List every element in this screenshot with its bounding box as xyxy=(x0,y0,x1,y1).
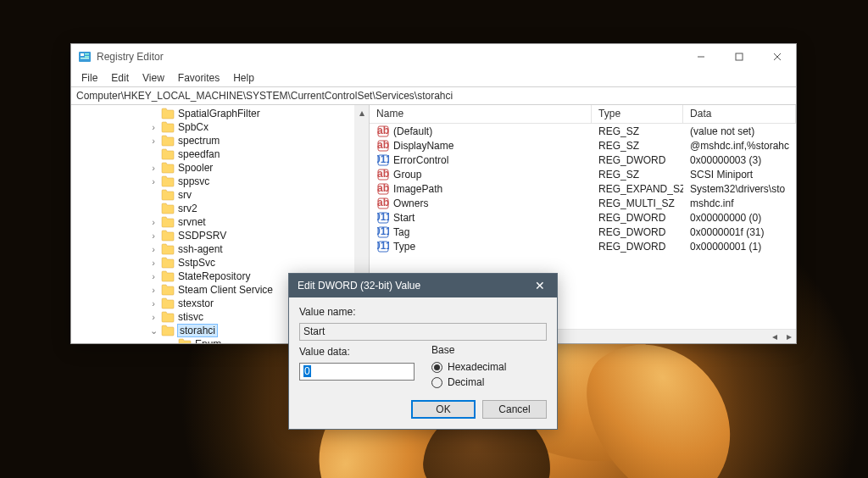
value-row[interactable]: 011TypeREG_DWORD0x00000001 (1) xyxy=(370,239,796,253)
tree-item[interactable]: ›SpbCx xyxy=(71,120,369,134)
ok-button[interactable]: OK xyxy=(411,400,476,419)
string-value-icon: ab xyxy=(376,125,390,138)
folder-icon xyxy=(161,230,175,242)
tree-item[interactable]: ›srv xyxy=(71,188,369,202)
value-type: REG_SZ xyxy=(592,125,683,137)
chevron-right-icon[interactable]: › xyxy=(147,231,159,241)
tree-item-label: SpbCx xyxy=(178,121,209,133)
chevron-down-icon[interactable]: ⌄ xyxy=(147,325,159,336)
svg-rect-1 xyxy=(81,53,84,56)
dialog-close-button[interactable]: ✕ xyxy=(531,279,548,292)
value-row[interactable]: 011TagREG_DWORD0x0000001f (31) xyxy=(370,225,796,239)
value-name: Owners xyxy=(393,197,428,209)
value-data: (value not set) xyxy=(683,125,796,137)
address-bar[interactable]: Computer\HKEY_LOCAL_MACHINE\SYSTEM\Curre… xyxy=(71,86,796,105)
tree-item[interactable]: ›ssh-agent xyxy=(71,242,369,256)
window-title: Registry Editor xyxy=(97,51,682,63)
titlebar[interactable]: Registry Editor xyxy=(71,44,796,69)
dialog-titlebar[interactable]: Edit DWORD (32-bit) Value ✕ xyxy=(289,274,557,297)
folder-icon xyxy=(161,175,175,187)
value-data: 0x00000003 (3) xyxy=(683,154,796,166)
tree-item-label: SpatialGraphFilter xyxy=(178,108,260,119)
value-data: @mshdc.inf,%storahc xyxy=(683,140,796,152)
tree-item[interactable]: ›srvnet xyxy=(71,215,369,229)
menu-help[interactable]: Help xyxy=(228,70,259,86)
maximize-button[interactable] xyxy=(720,44,758,69)
tree-item[interactable]: ›speedfan xyxy=(71,147,369,161)
value-data: 0x00000000 (0) xyxy=(683,212,796,224)
cancel-button[interactable]: Cancel xyxy=(482,400,547,419)
value-name: Group xyxy=(393,169,421,181)
menu-edit[interactable]: Edit xyxy=(106,70,134,86)
value-row[interactable]: abImagePathREG_EXPAND_SZSystem32\drivers… xyxy=(370,181,796,196)
scroll-left-icon[interactable]: ◂ xyxy=(767,330,782,344)
folder-icon xyxy=(161,297,175,309)
chevron-right-icon[interactable]: › xyxy=(147,298,159,308)
tree-item-label: srvnet xyxy=(178,216,206,228)
menu-view[interactable]: View xyxy=(137,70,170,86)
radio-hex[interactable]: Hexadecimal xyxy=(431,359,547,375)
folder-icon xyxy=(161,108,175,119)
chevron-right-icon[interactable]: › xyxy=(147,136,159,146)
value-data: mshdc.inf xyxy=(683,197,796,209)
chevron-right-icon[interactable]: › xyxy=(147,285,159,295)
tree-item-label: Spooler xyxy=(178,162,213,174)
scroll-up-icon[interactable]: ▴ xyxy=(354,105,369,119)
tree-item[interactable]: ›srv2 xyxy=(71,202,369,215)
tree-item[interactable]: ›SSDPSRV xyxy=(71,229,369,242)
folder-icon xyxy=(161,243,175,255)
value-type: REG_MULTI_SZ xyxy=(592,197,683,209)
value-name: ErrorControl xyxy=(393,154,448,166)
menu-file[interactable]: File xyxy=(76,70,103,86)
value-row[interactable]: abOwnersREG_MULTI_SZmshdc.inf xyxy=(370,196,796,210)
scroll-right-icon[interactable]: ▸ xyxy=(782,330,796,344)
svg-text:ab: ab xyxy=(377,197,389,208)
svg-text:011: 011 xyxy=(377,241,389,252)
binary-value-icon: 011 xyxy=(376,211,390,225)
chevron-right-icon[interactable]: › xyxy=(147,176,159,186)
tree-item-label: Enum xyxy=(195,338,221,343)
radio-dec-label: Decimal xyxy=(448,376,484,388)
value-name: Tag xyxy=(393,226,409,238)
folder-icon xyxy=(161,270,175,282)
folder-icon xyxy=(161,135,175,147)
col-header-data[interactable]: Data xyxy=(683,105,796,123)
tree-item[interactable]: ›SpatialGraphFilter xyxy=(71,107,369,120)
close-button[interactable] xyxy=(758,44,796,69)
tree-item[interactable]: ›spectrum xyxy=(71,134,369,147)
tree-item[interactable]: ›sppsvc xyxy=(71,175,369,188)
radio-hex-icon xyxy=(431,362,442,373)
value-name: ImagePath xyxy=(393,183,442,195)
value-data-label: Value data: xyxy=(299,346,415,358)
value-name: DisplayName xyxy=(393,140,453,152)
menu-favorites[interactable]: Favorites xyxy=(173,70,225,86)
value-row[interactable]: ab(Default)REG_SZ(value not set) xyxy=(370,124,796,138)
tree-item[interactable]: ›SstpSvc xyxy=(71,256,369,270)
chevron-right-icon[interactable]: › xyxy=(147,312,159,322)
radio-hex-label: Hexadecimal xyxy=(448,361,506,373)
chevron-right-icon[interactable]: › xyxy=(147,258,159,268)
svg-text:011: 011 xyxy=(377,226,389,237)
binary-value-icon: 011 xyxy=(376,240,390,253)
col-header-type[interactable]: Type xyxy=(592,105,683,123)
radio-dec[interactable]: Decimal xyxy=(431,375,547,390)
value-type: REG_EXPAND_SZ xyxy=(592,183,683,195)
col-header-name[interactable]: Name xyxy=(370,105,592,123)
value-name-field[interactable]: Start xyxy=(299,323,547,341)
minimize-button[interactable] xyxy=(682,44,720,69)
folder-icon xyxy=(161,216,175,228)
value-row[interactable]: abGroupREG_SZSCSI Miniport xyxy=(370,167,796,181)
chevron-right-icon[interactable]: › xyxy=(147,163,159,173)
value-type: REG_DWORD xyxy=(592,154,683,166)
tree-item[interactable]: ›Spooler xyxy=(71,161,369,175)
chevron-right-icon[interactable]: › xyxy=(147,217,159,227)
value-data-field[interactable]: 0 xyxy=(299,363,415,381)
value-row[interactable]: abDisplayNameREG_SZ@mshdc.inf,%storahc xyxy=(370,138,796,153)
chevron-right-icon[interactable]: › xyxy=(147,244,159,254)
chevron-right-icon[interactable]: › xyxy=(147,122,159,132)
chevron-right-icon[interactable]: › xyxy=(147,271,159,281)
value-row[interactable]: 011ErrorControlREG_DWORD0x00000003 (3) xyxy=(370,153,796,167)
string-value-icon: ab xyxy=(376,182,390,196)
value-row[interactable]: 011StartREG_DWORD0x00000000 (0) xyxy=(370,210,796,225)
value-type: REG_DWORD xyxy=(592,212,683,224)
